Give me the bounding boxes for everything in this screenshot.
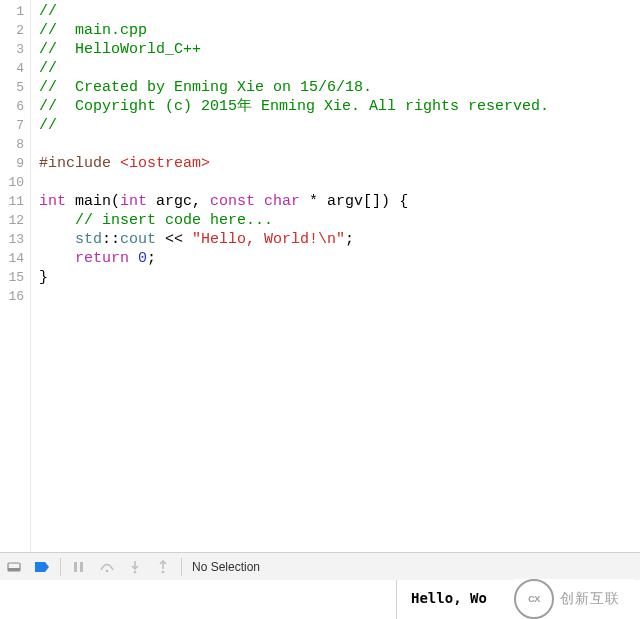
code-line[interactable]: return 0; [39, 249, 640, 268]
step-into-icon[interactable] [125, 557, 145, 577]
line-number: 5 [0, 78, 30, 97]
code-line[interactable]: int main(int argc, const char * argv[]) … [39, 192, 640, 211]
hide-debug-icon[interactable] [4, 557, 24, 577]
svg-point-6 [134, 571, 137, 574]
continue-icon[interactable] [69, 557, 89, 577]
line-number: 10 [0, 173, 30, 192]
svg-point-4 [106, 570, 109, 573]
svg-rect-2 [74, 562, 77, 572]
line-number: 8 [0, 135, 30, 154]
line-number: 14 [0, 249, 30, 268]
code-line[interactable] [39, 173, 640, 192]
toolbar-separator [181, 558, 182, 576]
line-number: 15 [0, 268, 30, 287]
line-number: 1 [0, 2, 30, 21]
line-number-gutter: 12345678910111213141516 [0, 0, 31, 552]
toolbar-separator [60, 558, 61, 576]
debug-status-text: No Selection [192, 560, 260, 574]
watermark: CX 创新互联 [514, 579, 634, 619]
code-content[interactable]: //// main.cpp// HelloWorld_C++//// Creat… [31, 0, 640, 552]
code-line[interactable]: std::cout << "Hello, World!\n"; [39, 230, 640, 249]
watermark-text: 创新互联 [560, 590, 620, 608]
code-line[interactable]: } [39, 268, 640, 287]
svg-point-8 [162, 571, 165, 574]
watermark-badge: CX [514, 579, 554, 619]
line-number: 4 [0, 59, 30, 78]
code-line[interactable]: // HelloWorld_C++ [39, 40, 640, 59]
code-line[interactable] [39, 135, 640, 154]
code-line[interactable]: // insert code here... [39, 211, 640, 230]
code-editor[interactable]: 12345678910111213141516 //// main.cpp// … [0, 0, 640, 553]
code-line[interactable]: // main.cpp [39, 21, 640, 40]
console-text: Hello, Wo [411, 590, 487, 606]
line-number: 9 [0, 154, 30, 173]
svg-rect-1 [8, 568, 20, 571]
line-number: 7 [0, 116, 30, 135]
code-line[interactable]: #include <iostream> [39, 154, 640, 173]
debug-toolbar: No Selection [0, 553, 640, 582]
code-line[interactable]: // Created by Enming Xie on 15/6/18. [39, 78, 640, 97]
line-number: 6 [0, 97, 30, 116]
line-number: 16 [0, 287, 30, 306]
line-number: 11 [0, 192, 30, 211]
svg-rect-3 [80, 562, 83, 572]
line-number: 12 [0, 211, 30, 230]
step-over-icon[interactable] [97, 557, 117, 577]
line-number: 2 [0, 21, 30, 40]
variables-pane[interactable] [0, 580, 396, 619]
step-out-icon[interactable] [153, 557, 173, 577]
line-number: 13 [0, 230, 30, 249]
line-number: 3 [0, 40, 30, 59]
code-line[interactable]: // Copyright (c) 2015年 Enming Xie. All r… [39, 97, 640, 116]
breakpoint-toggle-icon[interactable] [32, 557, 52, 577]
code-line[interactable]: // [39, 116, 640, 135]
code-line[interactable]: // [39, 2, 640, 21]
code-line[interactable]: // [39, 59, 640, 78]
code-line[interactable] [39, 287, 640, 306]
